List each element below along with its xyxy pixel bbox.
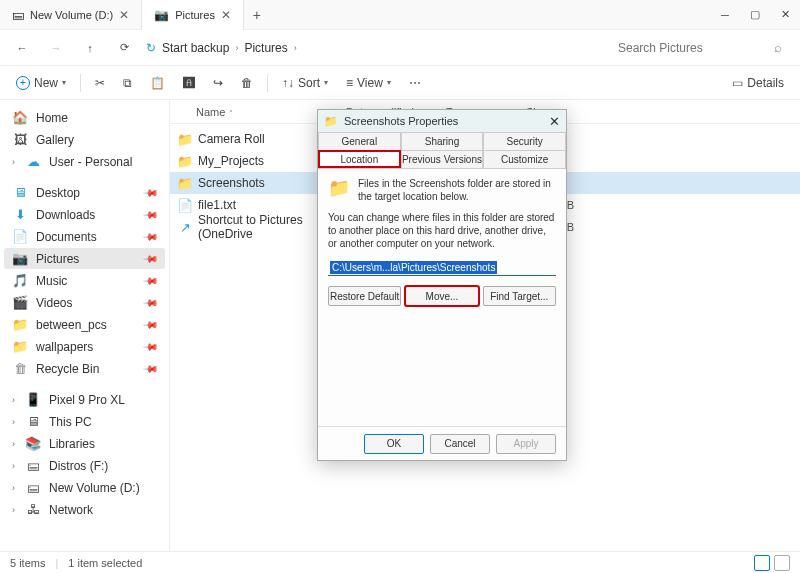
chevron-down-icon: ▾	[62, 78, 66, 87]
details-icon: ▭	[732, 76, 743, 90]
pin-icon: 📌	[143, 360, 159, 376]
details-view-button[interactable]	[754, 555, 770, 571]
sidebar-item-wallpapers[interactable]: 📁wallpapers📌	[4, 336, 165, 357]
breadcrumb-backup[interactable]: Start backup	[162, 41, 229, 55]
apply-button[interactable]: Apply	[496, 434, 556, 454]
tab-previous-versions[interactable]: Previous Versions	[401, 150, 484, 168]
up-button[interactable]: ↑	[78, 36, 102, 60]
thumbnails-view-button[interactable]	[774, 555, 790, 571]
close-icon[interactable]: ✕	[119, 8, 129, 22]
tab-customize[interactable]: Customize	[483, 150, 566, 168]
tab-pictures[interactable]: 📷 Pictures ✕	[142, 0, 244, 30]
cut-button[interactable]: ✂	[89, 71, 111, 95]
item-icon: 📁	[12, 339, 28, 354]
item-icon: 🗑	[12, 361, 28, 376]
sidebar-item-desktop[interactable]: 🖥Desktop📌	[4, 182, 165, 203]
ok-button[interactable]: OK	[364, 434, 424, 454]
back-button[interactable]: ←	[10, 36, 34, 60]
new-tab-button[interactable]: +	[244, 7, 270, 23]
sidebar-item-user-personal[interactable]: ›☁User - Personal	[4, 151, 165, 172]
sidebar-item-pictures[interactable]: 📷Pictures📌	[4, 248, 165, 269]
refresh-button[interactable]: ⟳	[112, 36, 136, 60]
properties-dialog: 📁 Screenshots Properties ✕ General Shari…	[317, 109, 567, 461]
item-label: Downloads	[36, 208, 95, 222]
separator	[80, 74, 81, 92]
search-input[interactable]	[618, 41, 774, 55]
status-selected: 1 item selected	[68, 557, 142, 569]
maximize-button[interactable]: ▢	[740, 0, 770, 30]
restore-default-button[interactable]: Restore Default	[328, 286, 401, 306]
properties-tabs: General Sharing Security Location Previo…	[318, 132, 566, 169]
sidebar-item-this-pc[interactable]: ›🖥This PC	[4, 411, 165, 432]
item-label: Videos	[36, 296, 72, 310]
item-label: Pictures	[36, 252, 79, 266]
copy-icon: ⧉	[123, 76, 132, 90]
tab-security[interactable]: Security	[483, 132, 566, 150]
pin-icon: 📌	[143, 206, 159, 222]
chevron-down-icon: ▾	[387, 78, 391, 87]
tab-general[interactable]: General	[318, 132, 401, 150]
find-target-button[interactable]: Find Target...	[483, 286, 556, 306]
pin-icon: 📌	[143, 250, 159, 266]
sidebar-item-home[interactable]: 🏠Home	[4, 107, 165, 128]
cancel-button[interactable]: Cancel	[430, 434, 490, 454]
sidebar-item-music[interactable]: 🎵Music📌	[4, 270, 165, 291]
new-button[interactable]: + New ▾	[10, 71, 72, 95]
chevron-right-icon: ›	[12, 157, 15, 167]
item-icon: 🖧	[25, 502, 41, 517]
more-button[interactable]: ⋯	[403, 71, 427, 95]
share-button[interactable]: ↪	[207, 71, 229, 95]
sidebar-item-downloads[interactable]: ⬇Downloads📌	[4, 204, 165, 225]
item-icon: 🎬	[12, 295, 28, 310]
breadcrumb-item[interactable]: Pictures	[244, 41, 287, 55]
view-button[interactable]: ≡ View ▾	[340, 71, 397, 95]
view-mode-buttons	[754, 555, 790, 571]
tab-label: Pictures	[175, 9, 215, 21]
sidebar-item-recycle-bin[interactable]: 🗑Recycle Bin📌	[4, 358, 165, 379]
file-icon: 📁	[176, 132, 194, 147]
close-window-button[interactable]: ✕	[770, 0, 800, 30]
close-icon[interactable]: ✕	[221, 8, 231, 22]
file-size: 0 KB	[532, 199, 794, 211]
item-icon: 🖥	[25, 414, 41, 429]
minimize-button[interactable]: ─	[710, 0, 740, 30]
tab-new-volume[interactable]: 🖴 New Volume (D:) ✕	[0, 0, 142, 30]
sidebar-item-between-pcs[interactable]: 📁between_pcs📌	[4, 314, 165, 335]
separator	[267, 74, 268, 92]
sort-button[interactable]: ↑↓ Sort ▾	[276, 71, 334, 95]
forward-button[interactable]: →	[44, 36, 68, 60]
sidebar-item-videos[interactable]: 🎬Videos📌	[4, 292, 165, 313]
chevron-right-icon: ›	[12, 461, 15, 471]
tab-sharing[interactable]: Sharing	[401, 132, 484, 150]
tab-location[interactable]: Location	[318, 150, 401, 168]
sidebar-item-distros-f-[interactable]: ›🖴Distros (F:)	[4, 455, 165, 476]
item-label: wallpapers	[36, 340, 93, 354]
sidebar-item-new-volume-d-[interactable]: ›🖴New Volume (D:)	[4, 477, 165, 498]
chevron-down-icon: ▾	[324, 78, 328, 87]
search-box[interactable]: ⌕	[610, 36, 790, 60]
file-icon: ↗	[176, 220, 194, 235]
copy-button[interactable]: ⧉	[117, 71, 138, 95]
sidebar-item-gallery[interactable]: 🖼Gallery	[4, 129, 165, 150]
folder-icon: 📁	[328, 177, 350, 199]
sidebar-item-libraries[interactable]: ›📚Libraries	[4, 433, 165, 454]
item-label: Gallery	[36, 133, 74, 147]
sidebar-item-network[interactable]: ›🖧Network	[4, 499, 165, 520]
paste-button[interactable]: 📋	[144, 71, 171, 95]
sidebar-item-documents[interactable]: 📄Documents📌	[4, 226, 165, 247]
sidebar-item-pixel-9-pro-xl[interactable]: ›📱Pixel 9 Pro XL	[4, 389, 165, 410]
close-dialog-button[interactable]: ✕	[549, 114, 560, 129]
dialog-titlebar[interactable]: 📁 Screenshots Properties ✕	[318, 110, 566, 132]
delete-icon: 🗑	[241, 76, 253, 90]
item-label: Recycle Bin	[36, 362, 99, 376]
sidebar: 🏠Home🖼Gallery›☁User - Personal🖥Desktop📌⬇…	[0, 100, 170, 551]
breadcrumb[interactable]: ↻ Start backup › Pictures ›	[146, 41, 600, 55]
chevron-right-icon: ›	[235, 43, 238, 53]
rename-button[interactable]: 🅰	[177, 71, 201, 95]
move-button[interactable]: Move...	[405, 286, 478, 306]
delete-button[interactable]: 🗑	[235, 71, 259, 95]
location-path-input[interactable]: C:\Users\m...la\Pictures\Screenshots	[328, 260, 556, 276]
titlebar: 🖴 New Volume (D:) ✕ 📷 Pictures ✕ + ─ ▢ ✕	[0, 0, 800, 30]
details-button[interactable]: ▭ Details	[726, 71, 790, 95]
dialog-title: Screenshots Properties	[344, 115, 458, 127]
